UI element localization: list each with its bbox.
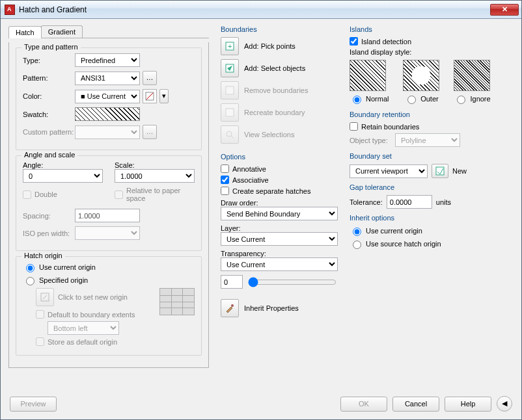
boundary-set-heading: Boundary set	[350, 152, 514, 160]
cancel-button[interactable]: Cancel	[392, 397, 439, 412]
content-area: Hatch Gradient Type and pattern Type: Pr…	[1, 19, 521, 419]
tab-gradient[interactable]: Gradient	[41, 25, 83, 38]
retain-boundaries-checkbox[interactable]	[350, 122, 358, 131]
recreate-boundary-label: Recreate boundary	[244, 109, 305, 116]
color-select[interactable]: ■ Use Current	[75, 90, 140, 103]
group-type-pattern: Type and pattern Type: Predefined Patter…	[16, 47, 202, 150]
tab-strip: Hatch Gradient	[8, 25, 209, 38]
select-objects-button[interactable]	[221, 59, 239, 77]
boundaries-heading: Boundaries	[221, 25, 338, 33]
island-outer-radio[interactable]	[407, 96, 416, 104]
retain-boundaries-label: Retain boundaries	[361, 123, 419, 131]
use-current-origin-radio[interactable]	[26, 264, 34, 272]
new-boundary-set-label: New	[452, 167, 467, 175]
island-outer-label: Outer	[420, 95, 439, 103]
inherit-source-origin-radio[interactable]	[353, 241, 361, 249]
annotative-label: Annotative	[232, 165, 266, 173]
angle-label: Angle:	[23, 161, 103, 169]
boundary-retention-heading: Boundary retention	[350, 111, 514, 118]
extents-select: Bottom left	[48, 321, 119, 335]
island-normal-icon[interactable]	[350, 60, 386, 91]
swatch-preview[interactable]	[75, 107, 140, 121]
inherit-properties-button[interactable]	[221, 299, 239, 317]
island-detection-checkbox[interactable]	[350, 37, 358, 46]
spacing-input	[75, 209, 140, 222]
separate-hatches-label: Create separate hatches	[232, 187, 310, 195]
svg-point-10	[231, 304, 234, 307]
island-normal-radio[interactable]	[353, 96, 361, 104]
tolerance-input[interactable]	[387, 195, 432, 209]
pick-points-button[interactable]: +	[221, 37, 239, 55]
boundary-set-select[interactable]: Current viewport	[350, 164, 428, 178]
island-ignore-icon[interactable]	[454, 60, 490, 91]
group-title: Hatch origin	[21, 252, 65, 259]
window-title: Hatch and Gradient	[19, 5, 490, 14]
type-select[interactable]: Predefined	[75, 53, 140, 67]
new-boundary-set-button[interactable]	[432, 164, 448, 178]
layer-label: Layer:	[221, 224, 338, 232]
remove-boundaries-button	[221, 81, 239, 99]
origin-preview-icon	[159, 288, 195, 315]
use-current-origin-label: Use current origin	[39, 263, 96, 271]
tab-hatch[interactable]: Hatch	[8, 26, 42, 38]
custom-pattern-browse: …	[143, 125, 157, 139]
tolerance-units-label: units	[436, 198, 451, 206]
inherit-options-heading: Inherit options	[350, 214, 514, 222]
scale-select[interactable]: 1.0000	[115, 169, 195, 183]
dialog-window: Hatch and Gradient ✕ Hatch Gradient Type…	[0, 0, 522, 420]
group-hatch-origin: Hatch origin Use current origin Specifie…	[16, 256, 202, 356]
custom-pattern-label: Custom pattern:	[23, 128, 75, 136]
pattern-browse-button[interactable]: …	[143, 71, 157, 85]
associative-label: Associative	[232, 176, 269, 184]
specified-origin-label: Specified origin	[39, 276, 88, 284]
annotative-checkbox[interactable]	[221, 164, 229, 173]
pattern-select[interactable]: ANSI31	[75, 72, 140, 85]
specified-origin-radio[interactable]	[26, 277, 34, 285]
bg-color-button[interactable]	[143, 89, 157, 103]
bg-color-dropdown[interactable]: ▾	[159, 89, 169, 103]
separate-hatches-checkbox[interactable]	[221, 187, 229, 195]
group-title: Type and pattern	[21, 43, 81, 51]
store-default-checkbox	[36, 337, 44, 346]
swatch-label: Swatch:	[23, 111, 75, 118]
default-extents-label: Default to boundary extents	[48, 311, 135, 319]
view-selections-label: View Selections	[244, 131, 294, 138]
angle-select[interactable]: 0	[23, 169, 103, 183]
view-selections-button	[221, 125, 239, 144]
custom-pattern-select	[75, 125, 140, 139]
tolerance-label: Tolerance:	[350, 198, 383, 206]
spacing-label: Spacing:	[23, 212, 75, 220]
svg-rect-6	[226, 86, 234, 94]
associative-checkbox[interactable]	[221, 176, 229, 184]
island-outer-icon[interactable]	[403, 60, 439, 91]
set-origin-button	[36, 288, 54, 306]
close-button[interactable]: ✕	[490, 4, 519, 16]
collapse-button[interactable]: ◀	[497, 396, 512, 412]
app-icon	[5, 5, 15, 15]
draw-order-select[interactable]: Send Behind Boundary	[221, 207, 338, 220]
titlebar: Hatch and Gradient ✕	[1, 1, 521, 19]
store-default-label: Store as default origin	[48, 338, 117, 346]
transparency-value-input[interactable]	[221, 275, 243, 289]
options-heading: Options	[221, 153, 338, 161]
color-label: Color:	[23, 92, 75, 100]
transparency-select[interactable]: Use Current	[221, 257, 338, 271]
inherit-current-origin-label: Use current origin	[366, 227, 422, 235]
double-checkbox	[23, 190, 31, 199]
draw-order-label: Draw order:	[221, 199, 338, 207]
transparency-slider[interactable]	[248, 277, 337, 287]
islands-heading: Islands	[350, 25, 514, 33]
group-angle-scale: Angle and scale Angle: 0 Scale: 1.0000	[16, 155, 202, 251]
help-button[interactable]: Help	[445, 397, 491, 412]
select-objects-label: Add: Select objects	[244, 64, 305, 72]
island-ignore-radio[interactable]	[457, 96, 465, 104]
dialog-footer: Preview OK Cancel Help ◀	[8, 392, 514, 414]
transparency-label: Transparency:	[221, 250, 338, 257]
double-label: Double	[34, 190, 57, 198]
layer-select[interactable]: Use Current	[221, 232, 338, 246]
remove-boundaries-label: Remove boundaries	[244, 86, 308, 94]
click-set-origin-label: Click to set new origin	[58, 293, 128, 301]
object-type-select: Polyline	[395, 133, 460, 147]
default-extents-checkbox	[36, 310, 44, 319]
inherit-current-origin-radio[interactable]	[353, 228, 361, 236]
